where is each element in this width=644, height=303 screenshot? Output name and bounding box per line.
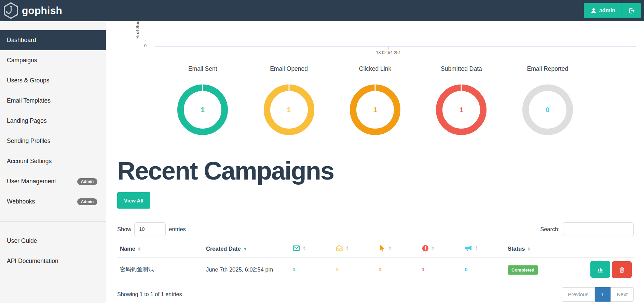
stat-title: Clicked Link bbox=[332, 65, 418, 73]
column-label: Created Date bbox=[206, 246, 241, 252]
search-label: Search: bbox=[540, 226, 560, 233]
column-header-submitted-data[interactable]: ▲▼ bbox=[419, 241, 462, 257]
stat-title: Email Sent bbox=[160, 65, 246, 73]
sidebar-item-label: Users & Groups bbox=[7, 77, 49, 84]
column-header-email-opened[interactable]: ▲▼ bbox=[333, 241, 376, 257]
sidebar-item-email-templates[interactable]: Email Templates bbox=[0, 91, 106, 111]
stat-card-email-sent: Email Sent 1 bbox=[160, 65, 246, 135]
submitted-count: 1 bbox=[419, 257, 462, 281]
stat-title: Email Opened bbox=[246, 65, 332, 73]
exclamation-circle-icon bbox=[422, 245, 429, 252]
x-tick-label: 18:02:54.251 bbox=[361, 50, 416, 55]
sidebar-item-label: API Documentation bbox=[7, 258, 58, 265]
sidebar-item-label: Account Settings bbox=[7, 158, 52, 165]
actions-cell bbox=[573, 257, 634, 281]
user-menu-button[interactable]: admin bbox=[584, 3, 622, 18]
sidebar-item-label: Campaigns bbox=[7, 57, 37, 64]
show-label: Show bbox=[117, 226, 131, 233]
y-tick-clipped: 50 bbox=[142, 21, 147, 22]
x-axis-tick bbox=[388, 47, 389, 50]
entries-label: entries bbox=[169, 226, 186, 233]
sidebar-item-landing-pages[interactable]: Landing Pages bbox=[0, 111, 106, 131]
stat-card-clicked-link: Clicked Link 1 bbox=[332, 65, 418, 135]
pagination-previous[interactable]: Previous bbox=[562, 287, 594, 302]
column-label: Status bbox=[508, 246, 525, 252]
view-all-button[interactable]: View All bbox=[117, 192, 150, 209]
column-header-email-sent[interactable]: ▲▼ bbox=[290, 241, 333, 257]
pagination: Previous 1 Next bbox=[562, 287, 634, 302]
status-badge: Completed bbox=[508, 265, 538, 275]
sidebar-item-sending-profiles[interactable]: Sending Profiles bbox=[0, 131, 106, 151]
sidebar-item-account-settings[interactable]: Account Settings bbox=[0, 151, 106, 171]
trash-icon bbox=[618, 266, 626, 274]
table-header-row: Name ▲▼ Created Date ▼ bbox=[117, 241, 634, 257]
recent-campaigns-title: Recent Campaigns bbox=[117, 157, 334, 185]
envelope-closed-icon bbox=[292, 244, 300, 252]
stat-card-email-reported: Email Reported 0 bbox=[505, 65, 591, 135]
envelope-open-icon bbox=[335, 244, 343, 252]
sort-arrows-icon: ▲▼ bbox=[303, 246, 306, 251]
stat-value: 1 bbox=[201, 106, 205, 114]
sort-arrows-icon: ▲▼ bbox=[431, 246, 435, 251]
sidebar-item-users-groups[interactable]: Users & Groups bbox=[0, 70, 106, 91]
reported-count: 0 bbox=[462, 257, 505, 281]
sent-count: 1 bbox=[290, 257, 333, 281]
search-input[interactable] bbox=[563, 222, 634, 236]
sort-arrows-icon: ▲▼ bbox=[138, 247, 141, 251]
sidebar-item-label: Webhooks bbox=[7, 198, 35, 205]
sort-arrows-icon: ▲▼ bbox=[475, 246, 478, 251]
stat-value: 1 bbox=[460, 106, 463, 114]
sidebar-item-label: Landing Pages bbox=[7, 117, 47, 124]
column-header-status[interactable]: Status ▲▼ bbox=[505, 241, 573, 257]
campaigns-table: Name ▲▼ Created Date ▼ bbox=[117, 241, 634, 281]
y-axis-label: % of Success bbox=[135, 21, 140, 39]
campaign-name-cell: 密码钓鱼测试 bbox=[117, 257, 203, 281]
sidebar: Dashboard Campaigns Users & Groups Email… bbox=[0, 21, 106, 303]
clicked-count: 1 bbox=[376, 257, 419, 281]
logout-button[interactable] bbox=[622, 3, 641, 18]
sidebar-item-label: Dashboard bbox=[7, 37, 36, 44]
bar-chart-icon bbox=[596, 265, 604, 274]
view-results-button[interactable] bbox=[590, 261, 610, 278]
sort-arrows-icon: ▲▼ bbox=[346, 246, 349, 251]
stat-card-email-opened: Email Opened 1 bbox=[246, 65, 332, 135]
column-header-actions bbox=[573, 241, 634, 257]
stat-value: 1 bbox=[287, 106, 291, 114]
page-size-input[interactable] bbox=[134, 222, 166, 236]
gophish-dashboard: gophish admin bbox=[0, 0, 644, 303]
column-header-clicked-link[interactable]: ▲▼ bbox=[376, 241, 419, 257]
email-sent-donut: 1 bbox=[177, 84, 228, 135]
admin-badge: Admin bbox=[77, 178, 97, 185]
y-tick-zero: 0 bbox=[144, 43, 147, 48]
stat-card-submitted-data: Submitted Data 1 bbox=[418, 65, 504, 135]
sidebar-item-api-documentation[interactable]: API Documentation bbox=[0, 251, 106, 271]
submitted-data-donut: 1 bbox=[436, 84, 487, 135]
stat-value: 0 bbox=[546, 106, 549, 114]
sidebar-item-campaigns[interactable]: Campaigns bbox=[0, 50, 106, 70]
sidebar-item-user-management[interactable]: User Management Admin bbox=[0, 171, 106, 192]
admin-badge: Admin bbox=[77, 198, 97, 205]
stat-title: Email Reported bbox=[505, 65, 591, 73]
navbar-user-area: admin bbox=[584, 3, 641, 18]
sort-descending-icon: ▼ bbox=[243, 247, 247, 251]
status-cell: Completed bbox=[505, 257, 573, 281]
sidebar-item-label: User Guide bbox=[7, 237, 37, 245]
table-controls: Show entries Search: bbox=[117, 222, 634, 237]
column-header-created-date[interactable]: Created Date ▼ bbox=[203, 241, 290, 257]
clicked-link-donut: 1 bbox=[350, 84, 400, 135]
megaphone-icon bbox=[465, 244, 472, 252]
cursor-icon bbox=[379, 245, 386, 252]
user-name: admin bbox=[599, 8, 615, 14]
sidebar-item-webhooks[interactable]: Webhooks Admin bbox=[0, 192, 106, 212]
pagination-next[interactable]: Next bbox=[611, 287, 634, 302]
email-reported-donut: 0 bbox=[522, 84, 573, 135]
column-header-email-reported[interactable]: ▲▼ bbox=[462, 241, 505, 257]
logout-icon bbox=[628, 7, 635, 14]
sidebar-item-user-guide[interactable]: User Guide bbox=[0, 231, 106, 251]
column-header-name[interactable]: Name ▲▼ bbox=[117, 241, 203, 257]
pagination-page-1[interactable]: 1 bbox=[595, 287, 611, 302]
sidebar-item-dashboard[interactable]: Dashboard bbox=[0, 30, 106, 50]
delete-campaign-button[interactable] bbox=[612, 261, 632, 278]
column-label: Name bbox=[120, 246, 135, 252]
brand[interactable]: gophish bbox=[3, 2, 62, 19]
